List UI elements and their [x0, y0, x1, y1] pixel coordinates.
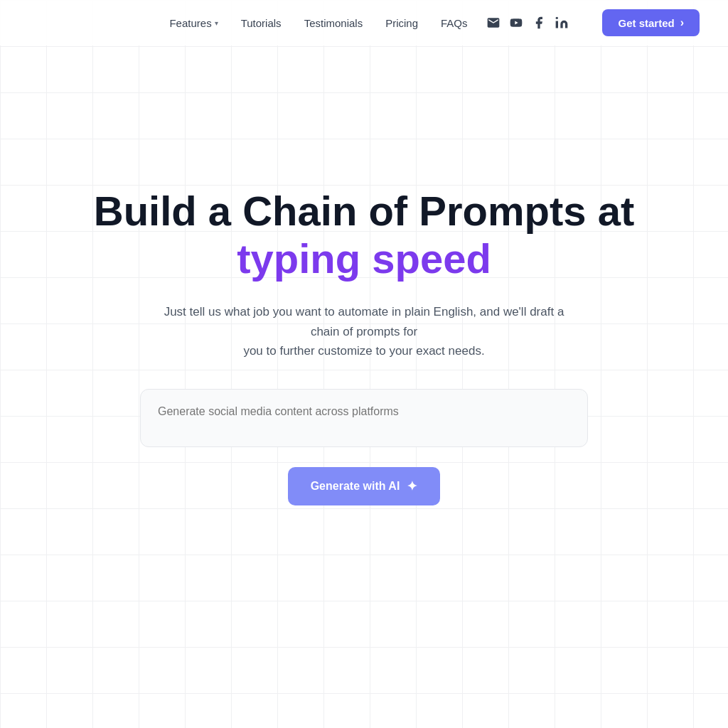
email-icon[interactable] — [486, 16, 500, 30]
prompt-input[interactable] — [140, 389, 588, 447]
arrow-right-icon: › — [680, 16, 684, 29]
navbar: Features ▾ Tutorials Testimonials Pricin… — [0, 0, 728, 46]
social-icons — [486, 16, 569, 30]
hero-subtitle: Just tell us what job you want to automa… — [151, 302, 577, 360]
nav-tutorials[interactable]: Tutorials — [231, 11, 291, 35]
generate-button[interactable]: Generate with AI ✦ — [288, 467, 441, 505]
hero-title: Build a Chain of Prompts at typing speed — [44, 188, 684, 282]
svg-point-0 — [555, 17, 557, 19]
nav-features[interactable]: Features ▾ — [159, 11, 228, 35]
facebook-icon[interactable] — [532, 16, 546, 30]
chevron-down-icon: ▾ — [215, 19, 218, 27]
nav-testimonials[interactable]: Testimonials — [294, 11, 373, 35]
linkedin-icon[interactable] — [555, 16, 569, 30]
youtube-icon[interactable] — [509, 16, 523, 30]
get-started-button[interactable]: Get started › — [602, 9, 700, 36]
prompt-input-container — [140, 389, 588, 450]
nav-pricing[interactable]: Pricing — [375, 11, 428, 35]
nav-links: Features ▾ Tutorials Testimonials Pricin… — [159, 11, 568, 35]
nav-faqs[interactable]: FAQs — [431, 11, 478, 35]
magic-wand-icon: ✦ — [407, 478, 417, 494]
hero-section: Build a Chain of Prompts at typing speed… — [0, 46, 728, 577]
